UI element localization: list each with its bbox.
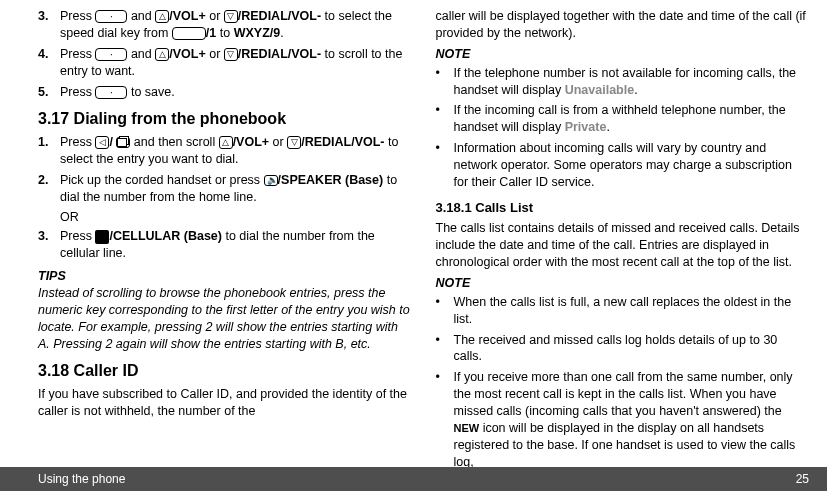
note-item: •Information about incoming calls will v… xyxy=(436,140,810,191)
up-icon xyxy=(155,10,169,23)
step-number: 3. xyxy=(38,8,60,42)
key-blank-icon xyxy=(172,27,206,40)
left-icon xyxy=(95,136,109,149)
page-content: 3. Press and /VOL+ or /REDIAL/VOL- to se… xyxy=(0,0,827,464)
up-icon xyxy=(219,136,233,149)
step-3-alt: 3. Press /CELLULAR (Base) to dial the nu… xyxy=(38,228,412,262)
dial-key-icon xyxy=(95,10,127,23)
right-column: caller will be displayed together with t… xyxy=(436,8,810,464)
down-icon xyxy=(224,10,238,23)
step-list-continued: 3. Press and /VOL+ or /REDIAL/VOL- to se… xyxy=(38,8,412,100)
calls-list-body: The calls list contains details of misse… xyxy=(436,220,810,271)
step-number: 4. xyxy=(38,46,60,80)
note-item: •If you receive more than one call from … xyxy=(436,369,810,470)
step-number: 2. xyxy=(38,172,60,206)
note-list: •If the telephone number is not availabl… xyxy=(436,65,810,191)
dial-key-icon xyxy=(95,48,127,61)
note-item: •When the calls list is full, a new call… xyxy=(436,294,810,328)
note-item: •The received and missed calls log holds… xyxy=(436,332,810,366)
step-1: 1. Press / and then scroll /VOL+ or /RED… xyxy=(38,134,412,168)
step-number: 1. xyxy=(38,134,60,168)
footer-page: 25 xyxy=(796,471,809,487)
note-heading-2: NOTE xyxy=(436,275,810,292)
heading-3-18: 3.18 Caller ID xyxy=(38,360,412,382)
step-5: 5. Press to save. xyxy=(38,84,412,101)
speaker-icon xyxy=(264,175,278,186)
note-item: •If the telephone number is not availabl… xyxy=(436,65,810,99)
down-icon xyxy=(287,136,301,149)
step-text: Press to save. xyxy=(60,84,412,101)
note-item: •If the incoming call is from a withheld… xyxy=(436,102,810,136)
note-heading: NOTE xyxy=(436,46,810,63)
step-text: Press and /VOL+ or /REDIAL/VOL- to scrol… xyxy=(60,46,412,80)
caller-id-cont: caller will be displayed together with t… xyxy=(436,8,810,42)
step-text: Press / and then scroll /VOL+ or /REDIAL… xyxy=(60,134,412,168)
down-icon xyxy=(224,48,238,61)
footer-title: Using the phone xyxy=(38,471,125,487)
new-icon-text: NEW xyxy=(454,422,480,434)
step-text: Press /CELLULAR (Base) to dial the numbe… xyxy=(60,228,412,262)
left-column: 3. Press and /VOL+ or /REDIAL/VOL- to se… xyxy=(38,8,412,464)
heading-3-17: 3.17 Dialing from the phonebook xyxy=(38,108,412,130)
step-number: 3. xyxy=(38,228,60,262)
tips-body: Instead of scrolling to browse the phone… xyxy=(38,285,412,353)
tips-heading: TIPS xyxy=(38,268,412,285)
phonebook-steps: 1. Press / and then scroll /VOL+ or /RED… xyxy=(38,134,412,206)
caller-id-body: If you have subscribed to Caller ID, and… xyxy=(38,386,412,420)
step-text: Pick up the corded handset or press /SPE… xyxy=(60,172,412,206)
step-text: Press and /VOL+ or /REDIAL/VOL- to selec… xyxy=(60,8,412,42)
step-4: 4. Press and /VOL+ or /REDIAL/VOL- to sc… xyxy=(38,46,412,80)
heading-3-18-1: 3.18.1 Calls List xyxy=(436,199,810,217)
step-2: 2. Pick up the corded handset or press /… xyxy=(38,172,412,206)
note-list-2: •When the calls list is full, a new call… xyxy=(436,294,810,471)
cellular-icon xyxy=(95,230,109,244)
step-number: 5. xyxy=(38,84,60,101)
step-3: 3. Press and /VOL+ or /REDIAL/VOL- to se… xyxy=(38,8,412,42)
book-icon xyxy=(116,137,130,148)
page-footer: Using the phone 25 xyxy=(0,467,827,491)
phonebook-steps-alt: 3. Press /CELLULAR (Base) to dial the nu… xyxy=(38,228,412,262)
up-icon xyxy=(155,48,169,61)
dial-key-icon xyxy=(95,86,127,99)
or-label: OR xyxy=(60,209,412,226)
